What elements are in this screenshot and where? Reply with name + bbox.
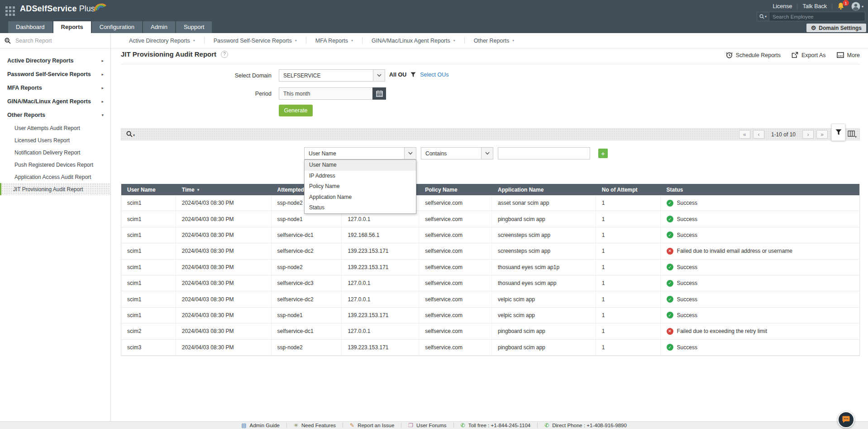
table-row[interactable]: scim12024/04/03 08:30 PMssp-node2139.223… <box>121 260 859 275</box>
live-chat-button[interactable] <box>838 411 854 428</box>
table-row[interactable]: scim12024/04/03 08:30 PMssp-node1139.223… <box>121 308 859 323</box>
tab-support[interactable]: Support <box>176 21 212 33</box>
sidebar-item-active-directory-reports[interactable]: Active Directory Reports▸ <box>0 54 110 67</box>
table-row[interactable]: scim12024/04/03 08:30 PMselfservice-dc11… <box>121 227 859 243</box>
sidebar-item-push-registered-devices-report[interactable]: Push Registered Devices Report <box>0 159 110 171</box>
first-page-button[interactable]: « <box>739 130 750 139</box>
filter-option-application-name[interactable]: Application Name <box>305 192 416 203</box>
select-ous-link[interactable]: Select OUs <box>420 72 448 78</box>
notifications-bell-icon[interactable]: 1 <box>837 2 846 10</box>
filter-option-status[interactable]: Status <box>305 202 416 213</box>
cell-status: ✕Failed due to exceeding the retry limit <box>661 323 859 339</box>
sidebar-item-jit-provisioning-audit-report[interactable]: JIT Provisioning Audit Report <box>0 183 110 195</box>
table-row[interactable]: scim12024/04/03 08:30 PMselfservice-dc21… <box>121 243 859 259</box>
cell-policy-name: selfservice.com <box>419 227 492 243</box>
app-launcher-icon[interactable] <box>5 6 15 16</box>
column-header-time[interactable]: Time▾ <box>176 187 272 193</box>
table-row[interactable]: scim12024/04/03 08:30 PMselfservice-dc31… <box>121 275 859 291</box>
funnel-icon <box>835 129 842 135</box>
domain-select[interactable]: SELFSERVICE <box>279 69 385 82</box>
footer-link-direct-phone[interactable]: ✆Direct Phone : +1-408-916-9890 <box>538 423 634 428</box>
add-filter-button[interactable]: + <box>598 149 608 158</box>
license-link[interactable]: License <box>773 3 792 10</box>
calendar-button[interactable] <box>372 87 386 100</box>
report-search-input[interactable] <box>14 37 106 44</box>
ou-filter: All OU Select OUs <box>389 72 448 78</box>
filter-field-select[interactable]: User Name <box>304 147 416 159</box>
footer-link-user-forums[interactable]: ❐User Forums <box>401 423 453 428</box>
table-search-button[interactable]: ▾ <box>126 131 135 137</box>
funnel-icon[interactable] <box>410 72 416 77</box>
table-row[interactable]: scim12024/04/03 08:30 PMssp-node1127.0.0… <box>121 211 859 227</box>
generate-button[interactable]: Generate <box>279 105 313 116</box>
cell-ip-address: 139.223.153.171 <box>342 308 419 323</box>
column-header-status[interactable]: Status <box>661 187 859 193</box>
sidebar-item-user-attempts-audit-report[interactable]: User Attempts Audit Report <box>0 122 110 134</box>
filter-field-value: User Name <box>305 150 404 157</box>
tab-reports[interactable]: Reports <box>53 21 91 33</box>
phone-icon: ✆ <box>461 423 465 428</box>
success-icon: ✓ <box>667 344 673 351</box>
filter-option-user-name[interactable]: User Name <box>305 160 416 171</box>
sidebar-item-mfa-reports[interactable]: MFA Reports▸ <box>0 81 110 95</box>
cell-attempted-node: selfservice-dc3 <box>272 275 342 291</box>
filter-option-ip-address[interactable]: IP Address <box>305 171 416 182</box>
reports-nav-item-gina-mac-linux-agent-reports[interactable]: GINA/Mac/Linux Agent Reports▾ <box>362 38 464 44</box>
filter-operator-select[interactable]: Contains <box>421 147 493 159</box>
period-input[interactable]: This month <box>279 87 372 100</box>
help-icon[interactable]: ? <box>221 51 228 58</box>
search-scope-button[interactable]: ▾ <box>757 12 769 21</box>
tab-dashboard[interactable]: Dashboard <box>8 21 52 33</box>
sidebar-item-notification-delivery-report[interactable]: Notification Delivery Report <box>0 146 110 159</box>
next-page-button[interactable]: › <box>802 130 814 139</box>
column-header-application-name[interactable]: Application Name <box>492 187 596 193</box>
chevron-down-icon <box>373 70 385 81</box>
table-row[interactable]: scim12024/04/03 08:30 PMselfservice-dc21… <box>121 291 859 307</box>
footer-link-report-an-issue[interactable]: ✎Report an Issue <box>343 423 401 428</box>
sidebar-item-other-reports[interactable]: Other Reports▾ <box>0 108 110 122</box>
column-chooser-button[interactable] <box>848 130 857 140</box>
filter-option-policy-name[interactable]: Policy Name <box>305 181 416 192</box>
cell-policy-name: selfservice.com <box>419 211 492 227</box>
chevron-down-icon: ▾ <box>453 39 455 43</box>
sidebar-item-gina-mac-linux-agent-reports[interactable]: GINA/Mac/Linux Agent Reports▸ <box>0 95 110 108</box>
footer-link-admin-guide[interactable]: ▤Admin Guide <box>234 423 286 428</box>
cell-policy-name: selfservice.com <box>419 323 492 339</box>
table-row[interactable]: scim32024/04/03 08:30 PMssp-node2139.223… <box>121 340 859 356</box>
cell-policy-name: selfservice.com <box>419 291 492 307</box>
reports-nav-item-other-reports[interactable]: Other Reports▾ <box>465 38 524 44</box>
sidebar-item-password-self-service-reports[interactable]: Password Self-Service Reports▸ <box>0 67 110 81</box>
domain-settings-button[interactable]: ⚙ Domain Settings <box>806 24 866 32</box>
reports-nav-item-password-self-service-reports[interactable]: Password Self-Service Reports▾ <box>205 38 306 44</box>
reports-nav-item-active-directory-reports[interactable]: Active Directory Reports▾ <box>120 38 204 44</box>
export-as-button[interactable]: Export As <box>792 52 826 58</box>
tab-configuration[interactable]: Configuration <box>92 21 142 33</box>
cell-ip-address: 139.223.153.171 <box>342 243 419 259</box>
cell-ip-address: 127.0.0.1 <box>342 275 419 291</box>
sidebar-item-application-access-audit-report[interactable]: Application Access Audit Report <box>0 171 110 183</box>
cell-time: 2024/04/03 08:30 PM <box>176 308 272 323</box>
user-avatar[interactable]: ▾ <box>851 2 863 11</box>
footer-link-need-features[interactable]: ✳Need Features <box>287 423 343 428</box>
success-icon: ✓ <box>667 280 673 287</box>
last-page-button[interactable]: » <box>816 130 828 139</box>
employee-search-input[interactable] <box>769 12 865 21</box>
sort-descending-icon: ▾ <box>197 188 200 192</box>
failure-icon: ✕ <box>667 328 673 335</box>
footer-link-toll-free[interactable]: ✆Toll free : +1-844-245-1104 <box>454 423 538 428</box>
sidebar-item-licensed-users-report[interactable]: Licensed Users Report <box>0 134 110 146</box>
reports-nav-item-mfa-reports[interactable]: MFA Reports▾ <box>306 38 362 44</box>
table-row[interactable]: scim12024/04/03 08:30 PMssp-node2selfser… <box>121 195 859 211</box>
previous-page-button[interactable]: ‹ <box>753 130 764 139</box>
table-row[interactable]: scim22024/04/03 08:30 PMselfservice-dc11… <box>121 323 859 339</box>
filter-value-input[interactable] <box>498 147 590 159</box>
talk-back-link[interactable]: Talk Back <box>802 3 827 10</box>
filter-toggle-button[interactable] <box>831 124 845 141</box>
schedule-reports-button[interactable]: Schedule Reports <box>726 52 781 58</box>
more-button[interactable]: More <box>837 52 860 58</box>
column-header-user-name[interactable]: User Name <box>121 187 176 193</box>
column-header-policy-name[interactable]: Policy Name <box>419 187 492 193</box>
column-header-no-of-attempt[interactable]: No of Attempt <box>596 187 661 193</box>
tab-admin[interactable]: Admin <box>143 21 175 33</box>
reports-category-nav: Active Directory Reports▾Password Self-S… <box>111 33 868 48</box>
